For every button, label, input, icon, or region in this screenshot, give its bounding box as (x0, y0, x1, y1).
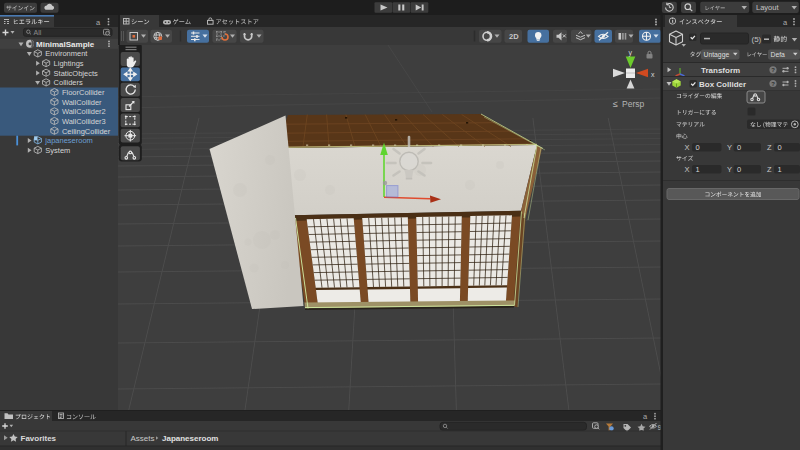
svg-text:CeilingCollider: CeilingCollider (62, 127, 111, 136)
svg-text:Lightings: Lightings (54, 59, 84, 68)
svg-text:Box Collider: Box Collider (699, 80, 746, 89)
svg-text:(5): (5) (752, 35, 762, 44)
svg-text:0: 0 (696, 143, 700, 152)
svg-text:Environment: Environment (45, 49, 88, 58)
svg-text:≤: ≤ (613, 99, 618, 109)
svg-text:japaneseroom: japaneseroom (44, 136, 93, 145)
svg-text:0: 0 (778, 143, 782, 152)
svg-text:MinimalSample: MinimalSample (36, 40, 95, 49)
svg-text:System: System (45, 146, 70, 155)
svg-text:Z: Z (767, 143, 772, 152)
svg-text:0: 0 (737, 165, 741, 174)
svg-text:X: X (685, 165, 690, 174)
svg-text:WallCollider2: WallCollider2 (62, 107, 106, 116)
svg-text:Favorites: Favorites (21, 434, 57, 443)
svg-text:0: 0 (737, 143, 741, 152)
svg-text:Untagge: Untagge (704, 51, 730, 59)
svg-text:?: ? (771, 67, 775, 73)
svg-text:Z: Z (767, 165, 772, 174)
svg-text:Assets: Assets (131, 434, 155, 443)
svg-text:All: All (34, 29, 42, 36)
svg-text:Japaneseroom: Japaneseroom (162, 434, 218, 443)
svg-text:WallCollider: WallCollider (62, 98, 102, 107)
svg-text:WallCollider3: WallCollider3 (62, 117, 106, 126)
svg-text:Defa: Defa (771, 51, 786, 58)
svg-text:2D: 2D (509, 32, 519, 41)
svg-text:1: 1 (778, 165, 782, 174)
svg-text:Colliders: Colliders (54, 78, 83, 87)
svg-text:StaticObjects: StaticObjects (54, 69, 98, 78)
svg-text:x: x (651, 71, 655, 78)
svg-text:Transform: Transform (701, 66, 740, 75)
svg-text:Y: Y (727, 165, 732, 174)
svg-text:1: 1 (696, 165, 700, 174)
svg-text:X: X (685, 143, 690, 152)
svg-text:Persp: Persp (622, 99, 644, 109)
svg-text:FloorCollider: FloorCollider (62, 88, 105, 97)
svg-text:?: ? (771, 81, 775, 87)
svg-text:Layout: Layout (756, 3, 779, 12)
svg-text:y: y (629, 49, 633, 57)
svg-text:Y: Y (727, 143, 732, 152)
